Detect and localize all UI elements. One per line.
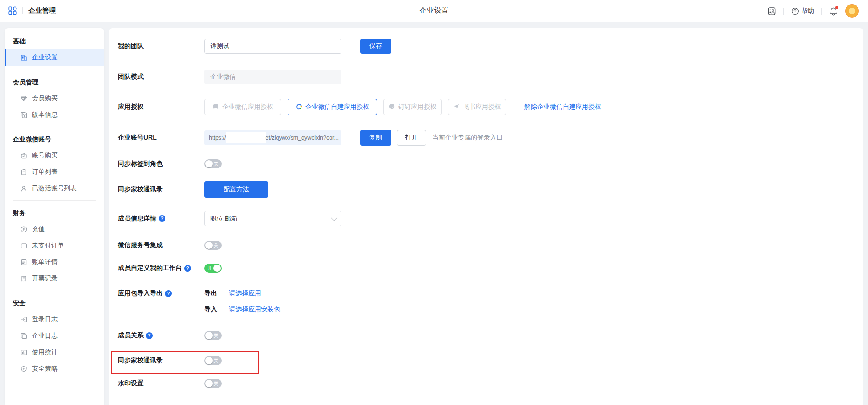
- open-url-button[interactable]: 打开: [397, 130, 426, 146]
- sidebar-item-security-policy[interactable]: 安全策略: [5, 361, 104, 377]
- custom-workbench-toggle[interactable]: 开: [204, 264, 222, 273]
- sidebar-item-order-list[interactable]: 订单列表: [5, 164, 104, 180]
- building-icon: [20, 54, 27, 61]
- member-relation-label: 成员关系 ?: [118, 331, 204, 340]
- account-url-value[interactable]: https://et/ziqywx/sm_qyweixin?cor...: [204, 130, 341, 145]
- sync-school-toggle[interactable]: 关: [204, 356, 222, 365]
- main-content: 我的团队 保存 团队模式 应用授权 企业微信应用授权 企业微信自建应用授权: [109, 28, 863, 405]
- help-label: 帮助: [801, 7, 814, 15]
- app-grid-logo-icon[interactable]: [8, 6, 17, 15]
- sidebar-item-enterprise-logs[interactable]: 企业日志: [5, 328, 104, 344]
- sync-tag-role-toggle[interactable]: 关: [204, 159, 222, 168]
- copy-url-button[interactable]: 复制: [360, 130, 391, 146]
- bill-icon: [20, 259, 27, 266]
- diamond-icon: [20, 95, 27, 102]
- sidebar-item-label: 登录日志: [32, 315, 58, 324]
- help-badge-icon[interactable]: ?: [159, 215, 165, 222]
- sidebar-section-basic: 基础: [5, 33, 104, 49]
- wecom-selfbuilt-auth-button[interactable]: 企业微信自建应用授权: [288, 99, 377, 115]
- topbar: 企业管理 企业设置 帮助: [0, 0, 868, 22]
- member-relation-toggle[interactable]: 关: [204, 331, 222, 340]
- notification-bell-icon[interactable]: [829, 7, 838, 16]
- import-label: 导入: [204, 305, 217, 313]
- export-label: 导出: [204, 289, 217, 297]
- sidebar-item-unpaid-orders[interactable]: 未支付订单: [5, 238, 104, 254]
- row-sync-school-toggle: 同步家校通讯录 关: [118, 356, 854, 365]
- team-mode-label: 团队模式: [118, 73, 204, 81]
- help-badge-icon[interactable]: ?: [165, 290, 172, 297]
- contacts-icon[interactable]: [767, 7, 776, 16]
- member-info-label: 成员信息详情 ?: [118, 215, 204, 223]
- sidebar-item-recharge[interactable]: 充值: [5, 221, 104, 238]
- row-app-auth: 应用授权 企业微信应用授权 企业微信自建应用授权 钉钉应用授权: [118, 99, 854, 115]
- account-url-label: 企业账号URL: [118, 134, 204, 142]
- sidebar-section-wecom-accounts: 企业微信账号: [5, 131, 104, 147]
- sidebar-item-version-info[interactable]: 版本信息: [5, 107, 104, 123]
- toggle-knob: [205, 380, 213, 387]
- team-name-input[interactable]: [204, 39, 341, 54]
- row-app-package: 应用包导入导出 ? 导出 请选择应用 导入 请选择应用安装包: [118, 289, 854, 314]
- save-button[interactable]: 保存: [360, 39, 391, 54]
- sidebar-item-bill-details[interactable]: 账单详情: [5, 254, 104, 270]
- login-log-icon: [20, 316, 27, 323]
- select-app-link[interactable]: 请选择应用: [229, 289, 261, 297]
- chevron-down-icon: [331, 214, 337, 221]
- account-url-hint: 当前企业专属的登录入口: [432, 134, 503, 142]
- member-info-select[interactable]: 职位,邮箱: [204, 211, 341, 226]
- sidebar-divider: [13, 291, 96, 291]
- help-badge-icon[interactable]: ?: [184, 265, 191, 272]
- page-title: 企业设置: [420, 6, 449, 16]
- shield-plus-icon: [20, 365, 27, 373]
- sidebar-item-label: 开票记录: [32, 275, 58, 283]
- app-auth-label: 应用授权: [118, 103, 204, 111]
- sidebar-item-label: 企业设置: [32, 54, 58, 62]
- sidebar-section-membership: 会员管理: [5, 74, 104, 90]
- select-app-package-link[interactable]: 请选择应用安装包: [229, 305, 280, 313]
- config-method-button[interactable]: 配置方法: [204, 181, 268, 198]
- sidebar-divider: [13, 70, 96, 70]
- wecom-icon: [212, 103, 219, 112]
- sidebar-section-finance: 财务: [5, 205, 104, 221]
- toggle-knob: [205, 357, 213, 364]
- app-package-label: 应用包导入导出 ?: [118, 289, 204, 298]
- version-icon: [20, 111, 27, 119]
- sidebar-item-label: 会员购买: [32, 94, 58, 103]
- sync-school-toggle-label: 同步家校通讯录: [118, 356, 204, 365]
- help-badge-icon[interactable]: ?: [146, 332, 153, 339]
- sidebar-item-activated-accounts[interactable]: 已激活账号列表: [5, 180, 104, 197]
- topbar-divider: [821, 8, 822, 15]
- sidebar-item-member-purchase[interactable]: 会员购买: [5, 90, 104, 107]
- sidebar-item-login-logs[interactable]: 登录日志: [5, 311, 104, 328]
- sidebar-item-label: 未支付订单: [32, 242, 64, 250]
- help-button[interactable]: 帮助: [791, 7, 814, 15]
- sidebar-item-usage-stats[interactable]: 使用统计: [5, 344, 104, 361]
- app-title: 企业管理: [28, 6, 56, 15]
- app-package-import-line: 导入 请选择应用安装包: [204, 305, 280, 314]
- wechat-service-label: 微信服务号集成: [118, 241, 204, 249]
- toggle-knob: [213, 265, 221, 272]
- watermark-toggle[interactable]: 关: [204, 379, 222, 388]
- dingtalk-auth-button[interactable]: 钉钉应用授权: [383, 99, 442, 115]
- watermark-label: 水印设置: [118, 379, 204, 388]
- wecom-auth-button[interactable]: 企业微信应用授权: [204, 99, 281, 115]
- feishu-auth-button[interactable]: 飞书应用授权: [448, 99, 506, 115]
- row-wechat-service: 微信服务号集成 关: [118, 241, 854, 250]
- sidebar-item-label: 已激活账号列表: [32, 184, 77, 193]
- user-avatar[interactable]: [845, 4, 859, 18]
- sidebar-item-enterprise-settings[interactable]: 企业设置: [5, 49, 104, 66]
- row-member-relation: 成员关系 ? 关: [118, 331, 854, 340]
- unbind-selfbuilt-auth-link[interactable]: 解除企业微信自建应用授权: [524, 103, 601, 111]
- toggle-knob: [205, 242, 213, 249]
- row-custom-workbench: 成员自定义我的工作台 ? 开: [118, 264, 854, 273]
- sidebar-item-label: 安全策略: [32, 365, 58, 373]
- user-icon: [20, 185, 27, 192]
- sidebar-item-account-purchase[interactable]: 账号购买: [5, 147, 104, 164]
- sidebar-item-invoice-records[interactable]: 开票记录: [5, 270, 104, 287]
- notification-badge: [835, 6, 838, 9]
- row-sync-tag-role: 同步标签到角色 关: [118, 159, 854, 168]
- wechat-service-toggle[interactable]: 关: [204, 241, 222, 250]
- row-member-info: 成员信息详情 ? 职位,邮箱: [118, 211, 854, 226]
- bag-check-icon: [20, 152, 27, 159]
- row-watermark: 水印设置 关: [118, 379, 854, 388]
- sidebar-item-label: 账单详情: [32, 258, 58, 266]
